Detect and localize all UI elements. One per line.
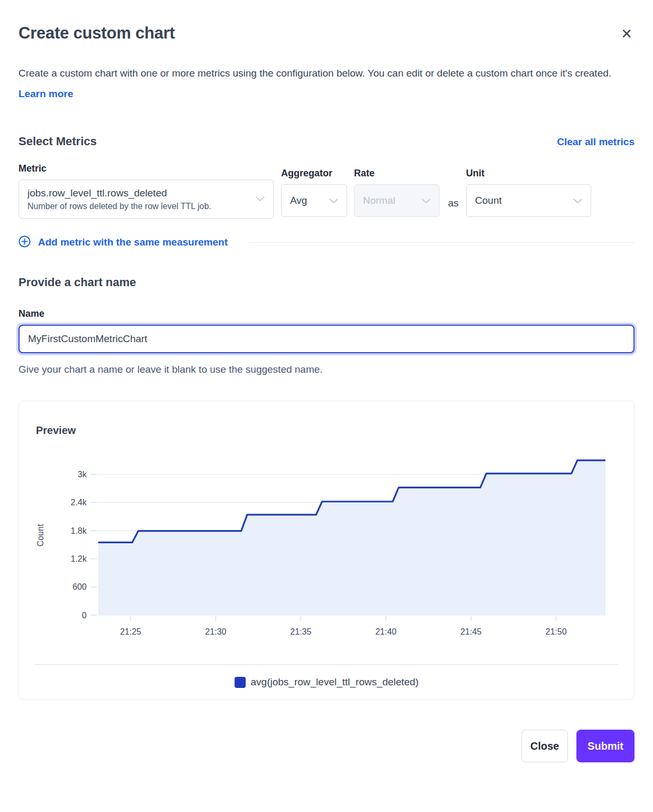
unit-field: Unit Count (466, 163, 591, 217)
svg-text:21:50: 21:50 (546, 627, 567, 636)
select-metrics-header: Select Metrics Clear all metrics (18, 135, 635, 148)
submit-button[interactable]: Submit (576, 730, 635, 762)
clear-all-metrics-link[interactable]: Clear all metrics (557, 136, 635, 148)
modal-header: Create custom chart ✕ (18, 24, 635, 43)
chevron-down-icon (573, 195, 582, 206)
preview-heading: Preview (36, 424, 634, 437)
svg-text:0: 0 (82, 611, 87, 620)
aggregator-field: Aggregator Avg (281, 163, 347, 217)
metric-select-texts: jobs.row_level_ttl.rows_deleted Number o… (27, 187, 211, 211)
learn-more-link[interactable]: Learn more (18, 88, 73, 99)
preview-chart: 06001.2k1.8k2.4k3k21:2521:3021:3521:4021… (19, 446, 634, 649)
name-label: Name (18, 308, 635, 319)
metric-field: Metric jobs.row_level_ttl.rows_deleted N… (18, 163, 274, 219)
aggregator-label: Aggregator (281, 168, 347, 179)
unit-label: Unit (466, 168, 591, 179)
add-metric-row: Add metric with the same measurement (18, 235, 635, 249)
chevron-down-icon (422, 195, 431, 206)
svg-text:21:35: 21:35 (290, 627, 311, 636)
close-icon[interactable]: ✕ (619, 25, 635, 43)
svg-text:Count: Count (36, 524, 45, 546)
metric-select-description: Number of rows deleted by the row level … (27, 202, 211, 211)
svg-text:21:25: 21:25 (120, 627, 141, 636)
svg-text:1.8k: 1.8k (71, 526, 87, 535)
metric-select-value: jobs.row_level_ttl.rows_deleted (27, 187, 211, 199)
svg-text:21:30: 21:30 (205, 627, 226, 636)
as-label: as (440, 197, 466, 219)
chart-name-input[interactable] (18, 325, 635, 353)
aggregator-select-value: Avg (290, 195, 307, 206)
svg-text:21:40: 21:40 (375, 627, 396, 636)
preview-card: Preview 06001.2k1.8k2.4k3k21:2521:3021:3… (18, 401, 635, 700)
page-title: Create custom chart (18, 24, 175, 43)
metric-config-row: Metric jobs.row_level_ttl.rows_deleted N… (18, 163, 635, 219)
svg-text:21:45: 21:45 (460, 627, 481, 636)
svg-text:3k: 3k (78, 470, 87, 479)
chevron-down-icon (256, 194, 265, 204)
svg-text:600: 600 (72, 582, 87, 591)
unit-select[interactable]: Count (466, 184, 591, 217)
chevron-down-icon (329, 195, 338, 206)
metric-label: Metric (18, 163, 274, 174)
divider (249, 242, 635, 243)
rate-field: Rate Normal (354, 163, 440, 217)
svg-text:1.2k: 1.2k (71, 554, 87, 563)
select-metrics-heading: Select Metrics (18, 135, 97, 148)
rate-label: Rate (354, 168, 440, 179)
add-metric-button[interactable]: Add metric with the same measurement (18, 235, 228, 249)
legend-swatch (235, 677, 246, 688)
create-custom-chart-modal: Create custom chart ✕ Create a custom ch… (0, 0, 653, 781)
modal-footer: Close Submit (18, 730, 635, 762)
aggregator-select[interactable]: Avg (281, 184, 347, 217)
close-button[interactable]: Close (521, 730, 568, 762)
metric-select[interactable]: jobs.row_level_ttl.rows_deleted Number o… (18, 180, 274, 219)
modal-description-text: Create a custom chart with one or more m… (18, 68, 611, 79)
rate-select-disabled: Normal (354, 184, 440, 217)
add-metric-label: Add metric with the same measurement (38, 237, 228, 248)
chart-name-heading: Provide a chart name (18, 276, 635, 289)
modal-description: Create a custom chart with one or more m… (18, 63, 623, 104)
plus-circle-icon (18, 235, 31, 249)
svg-text:2.4k: 2.4k (71, 498, 87, 507)
unit-select-value: Count (475, 195, 502, 206)
chart-legend: avg(jobs_row_level_ttl_rows_deleted) (19, 665, 634, 700)
rate-select-value: Normal (363, 195, 395, 206)
name-helper-text: Give your chart a name or leave it blank… (18, 364, 635, 375)
legend-label: avg(jobs_row_level_ttl_rows_deleted) (251, 676, 419, 688)
